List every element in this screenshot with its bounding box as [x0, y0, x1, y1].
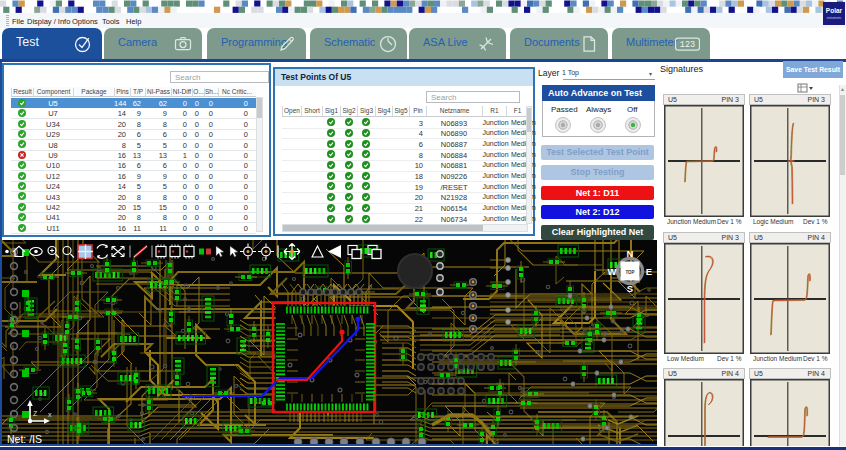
svg-text:S: S	[627, 283, 633, 294]
svg-text:x: x	[48, 411, 52, 418]
svg-text:E: E	[646, 266, 652, 277]
svg-text:Z: Z	[33, 410, 38, 417]
svg-text:Net: /IS: Net: /IS	[7, 433, 42, 445]
svg-text:123: 123	[680, 40, 695, 50]
svg-text:N: N	[627, 248, 634, 259]
svg-text:TOP: TOP	[625, 270, 634, 275]
svg-text:W: W	[608, 266, 617, 277]
